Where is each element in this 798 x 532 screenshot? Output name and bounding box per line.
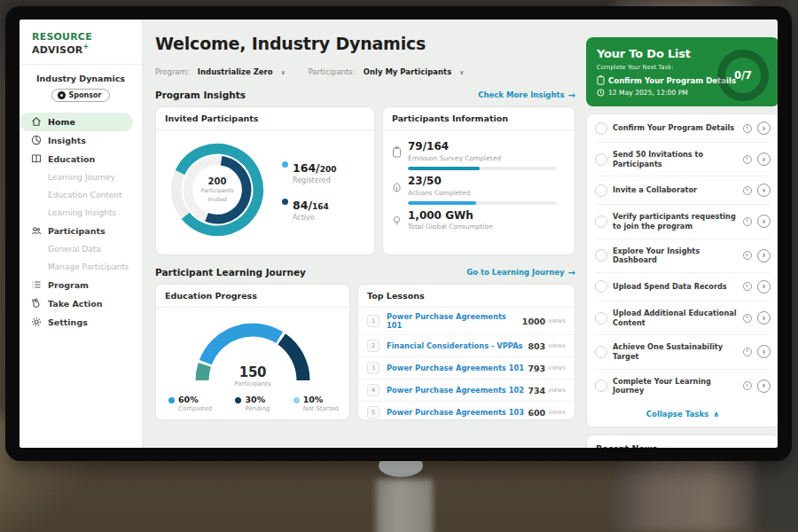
- task-label: Complete Your Learning Journey: [613, 377, 738, 395]
- task-open-button[interactable]: ›: [757, 215, 771, 228]
- arrow-right-icon: →: [568, 268, 575, 278]
- chevron-right-icon: ›: [763, 123, 766, 133]
- legend-label: Registered: [293, 176, 336, 184]
- task-open-button[interactable]: ›: [757, 153, 771, 166]
- lesson-views: 734: [528, 386, 545, 395]
- legend-denominator: 200: [320, 165, 337, 174]
- donut-legend: 164/200 Registered 84/164 Active: [282, 159, 336, 222]
- sidebar-item-manage-participants[interactable]: Manage Participants: [20, 258, 133, 276]
- legend-value: 60%: [178, 395, 212, 404]
- sidebar-item-label: Learning Journey: [48, 173, 115, 182]
- sponsor-icon: [58, 91, 66, 99]
- task-checkbox[interactable]: [595, 249, 607, 262]
- sidebar-item-label: Manage Participants: [48, 262, 129, 271]
- collapse-tasks-link[interactable]: Collapse Tasks ∧: [595, 403, 771, 426]
- legend-label: Active: [293, 214, 329, 222]
- lesson-rank-badge: 3: [367, 362, 379, 374]
- clock-icon: [743, 217, 752, 226]
- task-label: Verify participants requesting to join t…: [613, 212, 738, 231]
- task-checkbox[interactable]: [595, 346, 607, 358]
- lesson-link[interactable]: Power Purchase Agreements 103: [387, 408, 528, 417]
- stat-label: Total Global Consumption: [408, 223, 493, 231]
- actions-icon: [392, 176, 402, 205]
- go-to-learning-journey-link[interactable]: Go to Learning Journey →: [466, 268, 575, 278]
- stat-row: 79/164 Emission Survey Completed: [392, 141, 564, 170]
- clock-icon: [743, 282, 752, 291]
- sidebar-item-learning-journey[interactable]: Learning Journey: [20, 168, 133, 186]
- legend-dot: [168, 397, 175, 403]
- sidebar-item-participants[interactable]: Participants: [20, 222, 133, 240]
- lesson-row: 4 Power Purchase Agreements 102 734 view…: [358, 379, 575, 402]
- views-suffix: views: [548, 317, 566, 325]
- chevron-right-icon: ›: [763, 250, 766, 260]
- task-open-button[interactable]: ›: [757, 121, 771, 135]
- task-label: Confirm Your Program Details: [613, 123, 738, 133]
- sidebar-item-label: Home: [48, 117, 75, 127]
- survey-icon: [392, 141, 402, 170]
- sidebar: RESOURCE ADVISOR+ Industry Dynamics Spon…: [20, 20, 143, 448]
- lesson-views: 600: [528, 408, 545, 418]
- task-checkbox[interactable]: [595, 280, 607, 293]
- sponsor-badge[interactable]: Sponsor: [51, 89, 111, 102]
- sidebar-item-label: Learning Insights: [48, 208, 116, 217]
- clock-icon: [743, 314, 752, 323]
- sidebar-item-insights[interactable]: Insights: [20, 131, 133, 150]
- clock-icon: [743, 381, 752, 390]
- views-suffix: views: [548, 342, 566, 349]
- todo-tasks-card: Confirm Your Program Details › Send 50 I…: [586, 113, 778, 427]
- sidebar-item-education[interactable]: Education: [20, 150, 133, 168]
- task-open-button[interactable]: ›: [757, 249, 771, 262]
- org-name: Industry Dynamics: [20, 74, 142, 83]
- clock-icon: [597, 89, 605, 97]
- lesson-link[interactable]: Power Purchase Agreements 102: [387, 386, 528, 395]
- sidebar-item-label: Education Content: [48, 191, 121, 200]
- participants-filter[interactable]: Participants: Only My Participants ∨: [309, 61, 465, 78]
- task-checkbox[interactable]: [595, 122, 607, 135]
- sidebar-item-take-action[interactable]: Take Action: [20, 294, 133, 313]
- chevron-up-icon: ∧: [713, 410, 719, 419]
- lesson-link[interactable]: Power Purchase Agreements 101: [387, 364, 528, 372]
- lesson-link[interactable]: Power Purchase Agreements 101: [387, 312, 522, 330]
- education-icon: [31, 153, 42, 164]
- task-open-button[interactable]: ›: [757, 311, 771, 325]
- lesson-views: 803: [528, 341, 545, 351]
- task-row: Explore Your Insights Dashboard ›: [595, 239, 771, 273]
- lesson-views: 1000: [522, 317, 545, 326]
- participants-icon: [31, 225, 42, 236]
- education-gauge-chart: 150 Participants: [186, 317, 319, 387]
- chevron-right-icon: ›: [763, 347, 766, 356]
- task-checkbox[interactable]: [595, 379, 607, 392]
- task-checkbox[interactable]: [595, 215, 607, 228]
- views-suffix: views: [548, 387, 566, 394]
- sidebar-item-learning-insights[interactable]: Learning Insights: [20, 204, 133, 222]
- link-label: Check More Insights: [478, 90, 564, 99]
- task-checkbox[interactable]: [595, 153, 607, 166]
- collapse-label: Collapse Tasks: [646, 410, 709, 419]
- legend-dot: [235, 397, 241, 403]
- chevron-down-icon: ∨: [281, 69, 286, 76]
- program-filter-value: Industrialize Zero: [198, 67, 273, 76]
- insights-cards-row: Invited Participants 200: [155, 106, 575, 255]
- legend-item-completed: 60% Completed: [168, 395, 212, 412]
- invited-participants-card: Invited Participants 200: [155, 106, 375, 255]
- progress-fill: [408, 201, 476, 205]
- task-open-button[interactable]: ›: [757, 280, 771, 293]
- check-more-insights-link[interactable]: Check More Insights →: [478, 90, 575, 100]
- todo-progress-value: 0/7: [734, 69, 752, 82]
- legend-item-active: 84/164 Active: [282, 196, 336, 222]
- task-open-button[interactable]: ›: [757, 379, 771, 393]
- todo-column: Your To Do List Complete Your Next Task:…: [586, 27, 778, 448]
- section-title: Program Insights: [155, 90, 246, 100]
- task-open-button[interactable]: ›: [757, 345, 771, 358]
- sidebar-item-program[interactable]: Program: [20, 276, 133, 294]
- sidebar-item-education-content[interactable]: Education Content: [20, 186, 133, 204]
- sidebar-item-home[interactable]: Home: [20, 113, 133, 131]
- task-checkbox[interactable]: [595, 312, 607, 325]
- task-checkbox[interactable]: [595, 184, 607, 197]
- lesson-link[interactable]: Financial Considerations - VPPAs: [387, 341, 528, 350]
- sidebar-item-settings[interactable]: Settings: [20, 313, 133, 332]
- sidebar-item-general-data[interactable]: General Data: [20, 240, 133, 258]
- task-row: Invite a Collaborator ›: [595, 176, 771, 205]
- task-open-button[interactable]: ›: [757, 184, 771, 197]
- program-filter[interactable]: Program: Industrialize Zero ∨: [155, 61, 286, 78]
